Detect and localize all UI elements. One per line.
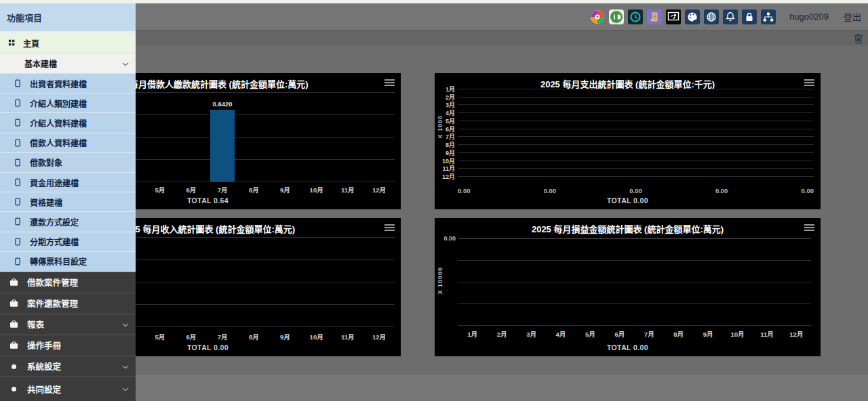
sidebar-item-label: 介紹人類別建檔 bbox=[30, 98, 87, 109]
sidebar-submenu-item[interactable]: 轉傳票科目設定 bbox=[0, 252, 136, 272]
sidebar-submenu-item[interactable]: 分期方式建檔 bbox=[0, 232, 136, 252]
sidebar-item-label: 借款對象 bbox=[30, 156, 62, 168]
month-label: 3月 bbox=[517, 329, 546, 339]
trash-icon[interactable] bbox=[854, 33, 863, 44]
gridline bbox=[458, 168, 814, 169]
month-label: 5月 bbox=[144, 185, 176, 194]
chart-profit-loss: 2025 每月損益金額統計圖表 (統計金額單位:萬元)TOTAL 0.000.0… bbox=[435, 218, 821, 356]
sidebar-item-label: 資格建檔 bbox=[30, 196, 62, 208]
mobile-icon bbox=[15, 198, 20, 206]
axis-tick-label: 0.00 bbox=[802, 187, 814, 194]
month-label: 9月 bbox=[269, 185, 300, 194]
palette-icon[interactable] bbox=[685, 9, 700, 24]
month-label: 7月 bbox=[207, 185, 238, 194]
sidebar-item-settings[interactable]: 系統設定 bbox=[0, 356, 136, 377]
scroll-icon[interactable] bbox=[647, 9, 662, 24]
sidebar-item-label: 操作手冊 bbox=[27, 339, 61, 352]
circle-icon bbox=[9, 362, 19, 371]
gridline bbox=[458, 260, 811, 261]
bar-value-label: 0.6420 bbox=[201, 100, 244, 108]
sidebar-item-label: 主頁 bbox=[23, 37, 39, 49]
bell-icon[interactable] bbox=[723, 9, 738, 24]
mobile-icon bbox=[15, 79, 20, 87]
month-label: 8月 bbox=[238, 185, 269, 194]
month-label: 10月 bbox=[301, 185, 332, 194]
sidebar-item-label: 案件還款管理 bbox=[27, 297, 78, 310]
month-label: 11月 bbox=[752, 329, 781, 339]
month-label: 10月 bbox=[301, 332, 332, 341]
chart-menu-icon[interactable] bbox=[384, 224, 395, 226]
mobile-icon bbox=[15, 99, 20, 107]
chart-menu-icon[interactable] bbox=[804, 79, 814, 81]
chart-menu-icon[interactable] bbox=[804, 224, 814, 226]
gridline bbox=[458, 303, 811, 304]
month-label: 4月 bbox=[546, 329, 575, 339]
month-label: 12月 bbox=[363, 332, 395, 341]
mobile-icon bbox=[15, 178, 20, 186]
chart-menu-icon[interactable] bbox=[384, 79, 395, 81]
sidebar-item-label: 基本建檔 bbox=[24, 58, 57, 69]
sidebar-submenu-item[interactable]: 資格建檔 bbox=[0, 192, 136, 212]
axis-tick-label: 0.00 bbox=[458, 187, 471, 194]
chevron-down-icon bbox=[122, 384, 129, 394]
sitemap-icon[interactable] bbox=[761, 9, 776, 24]
briefcase-icon bbox=[9, 299, 19, 308]
logout-button[interactable]: 登出 bbox=[844, 10, 861, 23]
sidebar-item-module[interactable]: 報表 bbox=[0, 314, 136, 335]
clock-icon[interactable] bbox=[628, 9, 643, 24]
sidebar-item-label: 系統設定 bbox=[27, 360, 61, 373]
sidebar-item-module[interactable]: 操作手冊 bbox=[0, 335, 136, 356]
chart-plot: 1月2月3月4月5月6月7月8月9月10月11月12月 bbox=[458, 89, 814, 176]
navbar-icon-group bbox=[590, 9, 776, 24]
zero-line: 0.00 bbox=[458, 238, 811, 239]
sidebar-submenu-item[interactable]: 還款方式設定 bbox=[0, 212, 136, 232]
sidebar-submenu-item[interactable]: 資金用途建檔 bbox=[0, 173, 136, 192]
username-label: hugo0209 bbox=[789, 12, 829, 22]
chart-monthly-expenses: 2025 每月支出統計圖表 (統計金額單位:千元)TOTAL 0.001月2月3… bbox=[435, 73, 821, 209]
axis-tick-label: 0.00 bbox=[439, 235, 456, 242]
sidebar-submenu-item[interactable]: 借款人資料建檔 bbox=[0, 133, 136, 153]
axis-tick-label: 0.00 bbox=[544, 187, 557, 194]
month-label: 5月 bbox=[144, 332, 176, 341]
sidebar-item-label: 還款方式設定 bbox=[30, 216, 79, 228]
sidebar-item-settings[interactable]: 共同設定 bbox=[0, 377, 136, 401]
briefcase-icon bbox=[9, 320, 19, 329]
sidebar-submenu-item[interactable]: 出資者資料建檔 bbox=[0, 74, 136, 93]
sidebar-submenu-item[interactable]: 借款對象 bbox=[0, 153, 136, 173]
app-logo-colorful[interactable] bbox=[590, 9, 605, 24]
month-label: 8月 bbox=[664, 329, 693, 339]
gridline bbox=[458, 104, 814, 105]
gridline bbox=[458, 144, 814, 145]
month-label: 7月 bbox=[207, 332, 238, 341]
sidebar-item-module[interactable]: 借款案件管理 bbox=[0, 272, 136, 293]
circle-icon bbox=[9, 384, 19, 394]
axis-tick-label: 0.00 bbox=[715, 187, 728, 194]
sidebar-submenu-item[interactable]: 介紹人類別建檔 bbox=[0, 93, 136, 113]
globe-icon[interactable] bbox=[704, 9, 719, 24]
presentation-icon[interactable] bbox=[666, 9, 681, 24]
sidebar-item-label: 介紹人資料建檔 bbox=[30, 117, 87, 129]
sidebar-item-home[interactable]: 主頁 bbox=[0, 33, 136, 54]
mobile-icon bbox=[15, 139, 20, 147]
gridline bbox=[458, 325, 811, 326]
app-logo-green[interactable] bbox=[609, 9, 624, 24]
month-label: 12月 bbox=[782, 329, 811, 339]
month-label: 6月 bbox=[605, 329, 634, 339]
sidebar-item-module[interactable]: 案件還款管理 bbox=[0, 293, 136, 314]
grid-icon bbox=[8, 39, 16, 47]
y-axis-unit-label: X 10000 bbox=[437, 267, 443, 295]
gridline bbox=[458, 129, 814, 129]
month-label: 9月 bbox=[693, 329, 722, 339]
gridline bbox=[458, 89, 814, 89]
chevron-down-icon bbox=[122, 320, 129, 329]
month-label: 6月 bbox=[176, 332, 207, 341]
month-label: 7月 bbox=[635, 329, 664, 339]
axis-tick-label: 0.00 bbox=[629, 187, 642, 194]
sidebar-item-basic-files[interactable]: 基本建檔 bbox=[0, 54, 136, 74]
sidebar-submenu-item[interactable]: 介紹人資料建檔 bbox=[0, 113, 136, 133]
briefcase-icon bbox=[9, 278, 19, 287]
sidebar-item-label: 出資者資料建檔 bbox=[30, 78, 87, 89]
lock-icon[interactable] bbox=[742, 9, 757, 24]
sidebar: 功能項目 主頁 基本建檔 出資者資料建檔介紹人類別建檔介紹人資料建檔借款人資料建… bbox=[0, 0, 136, 401]
briefcase-icon bbox=[9, 341, 19, 350]
